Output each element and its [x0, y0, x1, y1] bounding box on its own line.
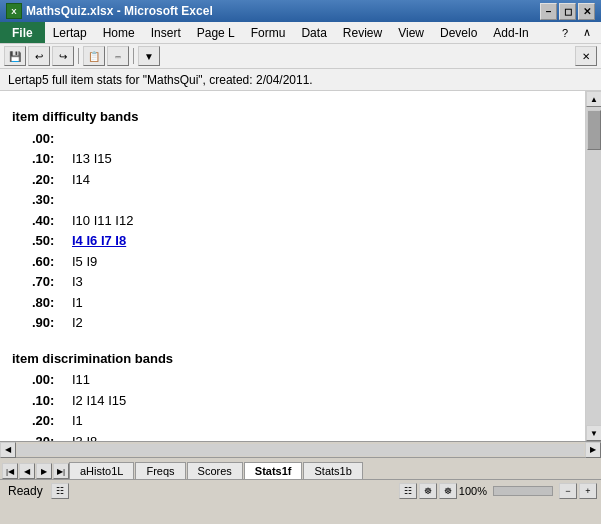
- horizontal-scroll-area: ◀ ▶: [0, 441, 601, 457]
- menu-icons: ? ∧: [555, 22, 601, 43]
- status-bar: Ready ☷ ☷ ☸ ☸ 100% − +: [0, 479, 601, 501]
- scroll-track[interactable]: [586, 107, 601, 425]
- save-button[interactable]: 💾: [4, 46, 26, 66]
- title-controls[interactable]: – ◻ ✕: [540, 3, 595, 20]
- band-items-highlighted: I4 I6 I7 I8: [72, 231, 126, 251]
- scroll-down-button[interactable]: ▼: [586, 425, 601, 441]
- band-row: .50: I4 I6 I7 I8: [32, 231, 573, 251]
- menu-pagel[interactable]: Page L: [189, 22, 243, 43]
- window-title: MathsQuiz.xlsx - Microsoft Excel: [26, 4, 213, 18]
- band-label: .20:: [32, 170, 72, 190]
- grid-view-button[interactable]: ☷: [399, 483, 417, 499]
- scroll-right-button[interactable]: ▶: [585, 442, 601, 458]
- redo-button[interactable]: ↪: [52, 46, 74, 66]
- tab-nav[interactable]: |◀ ◀ ▶ ▶|: [0, 463, 69, 479]
- toolbar-separator-2: [133, 48, 134, 64]
- band-items: I13 I15: [72, 149, 112, 169]
- menu-addin[interactable]: Add-In: [485, 22, 536, 43]
- menu-file[interactable]: File: [0, 22, 45, 43]
- band-row: .10: I2 I14 I15: [32, 391, 573, 411]
- band-row: .40: I10 I11 I12: [32, 211, 573, 231]
- menu-lertap[interactable]: Lertap: [45, 22, 95, 43]
- tab-stats1f[interactable]: Stats1f: [244, 462, 303, 479]
- band-items: I2: [72, 313, 83, 333]
- status-icon-1[interactable]: ☷: [51, 483, 69, 499]
- band-items: I5 I9: [72, 252, 97, 272]
- tab-prev-button[interactable]: ◀: [19, 463, 35, 479]
- menu-bar: File Lertap Home Insert Page L Formu Dat…: [0, 22, 601, 44]
- band-label: .30:: [32, 432, 72, 442]
- band-label: .10:: [32, 149, 72, 169]
- tab-ahisto1l[interactable]: aHisto1L: [69, 462, 134, 479]
- help-icon[interactable]: ?: [555, 23, 575, 43]
- menu-review[interactable]: Review: [335, 22, 390, 43]
- band-row: .30:: [32, 190, 573, 210]
- tab-stats1b[interactable]: Stats1b: [303, 462, 362, 479]
- tab-freqs[interactable]: Freqs: [135, 462, 185, 479]
- minimize-ribbon-icon[interactable]: ∧: [577, 23, 597, 43]
- band-label: .10:: [32, 391, 72, 411]
- tab-scores[interactable]: Scores: [187, 462, 243, 479]
- menu-home[interactable]: Home: [95, 22, 143, 43]
- menu-view[interactable]: View: [390, 22, 432, 43]
- toolbar: 💾 ↩ ↪ 📋 ⎓ ▼ ✕: [0, 44, 601, 69]
- band-label: .00:: [32, 370, 72, 390]
- title-bar: X MathsQuiz.xlsx - Microsoft Excel – ◻ ✕: [0, 0, 601, 22]
- band-items: I1: [72, 293, 83, 313]
- h-scroll-track[interactable]: [17, 444, 584, 456]
- difficulty-title: item difficulty bands: [12, 107, 573, 127]
- menu-develo[interactable]: Develo: [432, 22, 485, 43]
- band-items: I3 I8: [72, 432, 97, 442]
- band-label: .00:: [32, 129, 72, 149]
- formula-bar: Lertap5 full item stats for "MathsQui", …: [0, 69, 601, 91]
- zoom-level: 100%: [459, 485, 487, 497]
- band-label: .20:: [32, 411, 72, 431]
- band-row: .90: I2: [32, 313, 573, 333]
- status-text: Ready: [4, 484, 47, 498]
- band-label: .30:: [32, 190, 72, 210]
- band-row: .70: I3: [32, 272, 573, 292]
- dropdown-arrow[interactable]: ▼: [138, 46, 160, 66]
- formula-text: Lertap5 full item stats for "MathsQui", …: [4, 73, 313, 87]
- scroll-up-button[interactable]: ▲: [586, 91, 601, 107]
- band-label: .80:: [32, 293, 72, 313]
- band-items: I1: [72, 411, 83, 431]
- band-label: .90:: [32, 313, 72, 333]
- status-right: ☷ ☸ ☸ 100% − +: [399, 483, 597, 499]
- discrimination-title: item discrimination bands: [12, 349, 573, 369]
- tab-first-button[interactable]: |◀: [2, 463, 18, 479]
- band-label: .70:: [32, 272, 72, 292]
- band-items: I11: [72, 370, 90, 390]
- main-content[interactable]: item difficulty bands .00: .10: I13 I15 …: [0, 91, 585, 441]
- close-button[interactable]: ✕: [578, 3, 595, 20]
- restore-button[interactable]: ◻: [559, 3, 576, 20]
- scroll-left-button[interactable]: ◀: [0, 442, 16, 458]
- tab-last-button[interactable]: ▶|: [53, 463, 69, 479]
- band-row: .00: I11: [32, 370, 573, 390]
- copy-button[interactable]: ⎓: [107, 46, 129, 66]
- band-row: .00:: [32, 129, 573, 149]
- band-label: .40:: [32, 211, 72, 231]
- band-items: I3: [72, 272, 83, 292]
- menu-insert[interactable]: Insert: [143, 22, 189, 43]
- band-row: .20: I1: [32, 411, 573, 431]
- vertical-scrollbar[interactable]: ▲ ▼: [585, 91, 601, 441]
- scroll-thumb[interactable]: [587, 110, 601, 150]
- undo-button[interactable]: ↩: [28, 46, 50, 66]
- toolbar-separator: [78, 48, 79, 64]
- paste-button[interactable]: 📋: [83, 46, 105, 66]
- zoom-slider[interactable]: [493, 486, 553, 496]
- page-break-button[interactable]: ☸: [439, 483, 457, 499]
- tab-next-button[interactable]: ▶: [36, 463, 52, 479]
- minimize-button[interactable]: –: [540, 3, 557, 20]
- band-items: I10 I11 I12: [72, 211, 133, 231]
- menu-formu[interactable]: Formu: [243, 22, 294, 43]
- page-layout-button[interactable]: ☸: [419, 483, 437, 499]
- zoom-out-button[interactable]: −: [559, 483, 577, 499]
- menu-data[interactable]: Data: [293, 22, 334, 43]
- band-items: I2 I14 I15: [72, 391, 126, 411]
- zoom-in-button[interactable]: +: [579, 483, 597, 499]
- band-row: .20: I14: [32, 170, 573, 190]
- band-row: .30: I3 I8: [32, 432, 573, 442]
- close-doc-button[interactable]: ✕: [575, 46, 597, 66]
